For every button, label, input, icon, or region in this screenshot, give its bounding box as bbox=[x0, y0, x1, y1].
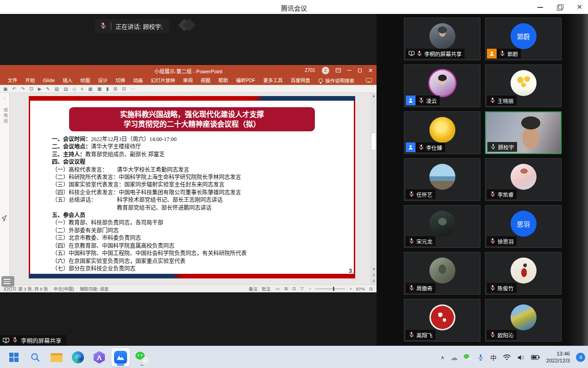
ppt-menu-tab[interactable]: 视图 bbox=[197, 76, 214, 85]
zoom-percentage[interactable]: 87% bbox=[356, 286, 365, 291]
next-slide-button[interactable]: ≚ bbox=[372, 279, 376, 284]
quick-tool-button[interactable]: ▮ bbox=[106, 86, 109, 91]
edge-browser-button[interactable] bbox=[69, 348, 87, 367]
quick-tool-button[interactable]: ⋯ bbox=[130, 86, 135, 91]
participant-tile[interactable]: 李凯睿 bbox=[485, 158, 562, 201]
participant-tile[interactable]: 任怀艺 bbox=[404, 158, 480, 201]
screen-share-icon bbox=[409, 51, 415, 57]
restore-button[interactable] bbox=[557, 4, 562, 10]
participant-tile[interactable]: 周傲奇 bbox=[404, 252, 480, 295]
quick-tool-button[interactable]: ▧ bbox=[55, 86, 59, 91]
scroll-up-icon[interactable]: ▲ bbox=[372, 94, 376, 98]
participant-tile[interactable]: 郭蔚 郭蔚 bbox=[485, 18, 562, 60]
notes-button[interactable]: 备注 bbox=[249, 285, 257, 292]
quick-tool-button[interactable]: ▩ bbox=[97, 86, 102, 91]
language-indicator[interactable]: 中文(中国) bbox=[54, 285, 74, 292]
battery-icon[interactable] bbox=[531, 355, 540, 360]
microphone-tray-icon[interactable] bbox=[477, 354, 484, 361]
input-method-indicator[interactable]: 中 bbox=[490, 353, 497, 362]
mic-icon bbox=[409, 331, 415, 338]
quick-tool-button[interactable]: ⊞ bbox=[114, 86, 117, 91]
wechat-button[interactable] bbox=[133, 348, 151, 367]
participant-tile[interactable]: 顾校宇 bbox=[485, 111, 562, 154]
ppt-user-avatar[interactable]: Z bbox=[322, 67, 329, 74]
participant-name: 顾校宇 bbox=[498, 143, 514, 151]
tell-me-search[interactable]: 操作说明搜索 bbox=[319, 77, 354, 84]
zoom-slider-thumb[interactable] bbox=[333, 287, 334, 291]
close-button[interactable]: ✕ bbox=[576, 4, 582, 10]
participant-tile[interactable]: 高翔飞 bbox=[404, 299, 480, 342]
ppt-menu-tab[interactable]: 切换 bbox=[112, 76, 129, 85]
view-mode-button[interactable]: ▽ bbox=[300, 286, 305, 291]
ppt-menu-tab[interactable]: 动画 bbox=[129, 76, 147, 85]
ppt-menu-tab[interactable]: 设计 bbox=[94, 76, 112, 85]
view-mode-button[interactable]: ▭ bbox=[275, 286, 281, 291]
cloud-sync-icon[interactable]: ☁ bbox=[450, 353, 458, 362]
accessibility-status[interactable]: 辅助功能: 调查 bbox=[80, 285, 109, 292]
quick-tool-button[interactable]: ≡ bbox=[81, 86, 83, 91]
quick-tool-button[interactable]: ▦ bbox=[88, 86, 92, 91]
minimize-button[interactable] bbox=[537, 4, 543, 10]
ppt-menu-tab[interactable]: 百度网盘 bbox=[287, 76, 314, 85]
ppt-menu-tab[interactable]: 插入 bbox=[59, 76, 77, 85]
ppt-menu-tab[interactable]: iSlide bbox=[39, 76, 59, 85]
participant-tile[interactable]: 宋元龙 bbox=[404, 205, 480, 248]
quick-tool-button[interactable]: ⊡ bbox=[29, 86, 33, 91]
expand-chevron-icon[interactable]: › bbox=[4, 96, 5, 101]
ppt-minimize-button[interactable] bbox=[347, 70, 352, 71]
purple-app-button[interactable]: Λ bbox=[90, 348, 109, 367]
zoom-in-button[interactable]: + bbox=[349, 286, 352, 291]
scroll-down-icon[interactable]: ▼ bbox=[372, 267, 376, 271]
ppt-menu-tab[interactable]: 审阅 bbox=[179, 76, 197, 85]
ppt-menu-tab[interactable]: 帮助 bbox=[214, 76, 232, 85]
quick-tool-button[interactable]: ◇ bbox=[73, 86, 77, 91]
quick-tool-button[interactable]: ▶ bbox=[38, 86, 42, 91]
floating-list-button[interactable] bbox=[1, 276, 14, 287]
tencent-meeting-button[interactable] bbox=[111, 348, 130, 367]
comments-button[interactable]: 批注 bbox=[262, 285, 270, 292]
quick-tool-button[interactable]: ▣ bbox=[3, 86, 7, 91]
clock[interactable]: 13:46 2022/12/3 bbox=[546, 350, 570, 364]
ribbon-display-options-icon[interactable] bbox=[336, 68, 341, 72]
ppt-menu-tab[interactable]: 更多工具 bbox=[259, 76, 287, 85]
view-mode-button[interactable]: ⊞ bbox=[283, 286, 289, 291]
notification-count-badge[interactable]: 4 bbox=[576, 353, 585, 362]
participant-tile[interactable]: 思羽 徐思羽 bbox=[485, 205, 562, 248]
ppt-menu-tab[interactable]: 文件 bbox=[4, 76, 21, 85]
quick-tool-button[interactable]: ✎ bbox=[46, 86, 50, 91]
wifi-icon[interactable] bbox=[503, 354, 511, 361]
comments-icon[interactable] bbox=[366, 78, 372, 83]
scrollbar-thumb[interactable] bbox=[371, 133, 376, 150]
participant-tile[interactable]: 陈俊竹 bbox=[485, 252, 562, 295]
ppt-menu-tab[interactable]: 福昕PDF bbox=[232, 76, 259, 85]
previous-slide-button[interactable]: ≙ bbox=[372, 273, 376, 278]
speaker-icon[interactable] bbox=[517, 354, 525, 361]
ppt-restore-button[interactable] bbox=[358, 69, 362, 72]
participant-name: 高翔飞 bbox=[416, 331, 433, 339]
search-button[interactable] bbox=[26, 348, 45, 367]
participant-tile[interactable]: 李桐的屏幕共享 bbox=[404, 18, 480, 60]
quick-tool-button[interactable]: ↷ bbox=[21, 86, 25, 91]
participant-tile[interactable]: 欧阳沁 bbox=[485, 299, 562, 342]
ppt-menu-tab[interactable]: 绘图 bbox=[77, 76, 94, 85]
zoom-out-button[interactable]: − bbox=[309, 286, 312, 291]
zoom-slider[interactable] bbox=[315, 289, 345, 289]
participant-tile[interactable]: 凌云 bbox=[404, 65, 480, 107]
tray-expand-icon[interactable]: ∧ bbox=[441, 355, 444, 361]
wechat-tray-icon[interactable] bbox=[464, 354, 471, 361]
file-explorer-button[interactable] bbox=[47, 348, 66, 367]
ppt-close-button[interactable]: ✕ bbox=[368, 68, 373, 73]
participant-tile[interactable]: 李仕臻 bbox=[404, 111, 480, 154]
thumbnail-panel-collapsed[interactable]: › 缩略图 bbox=[0, 93, 10, 284]
slide-scrollbar[interactable]: ▲ ▼ ≙ ≚ bbox=[371, 93, 377, 284]
ppt-menu-tab[interactable]: 开始 bbox=[21, 76, 39, 85]
participant-tile[interactable]: 王晓丽 bbox=[485, 65, 562, 107]
quick-tool-button[interactable]: ▤ bbox=[64, 86, 68, 91]
view-mode-button[interactable]: ⊡ bbox=[291, 286, 297, 291]
mic-icon bbox=[416, 50, 422, 57]
start-button[interactable] bbox=[5, 348, 23, 367]
quick-tool-button[interactable]: ↶ bbox=[12, 86, 16, 91]
ppt-menu-tab[interactable]: 幻灯片放映 bbox=[147, 76, 179, 85]
quick-tool-button[interactable]: ⊟ bbox=[122, 86, 126, 91]
fit-slide-button[interactable]: ⊡ bbox=[369, 286, 373, 291]
